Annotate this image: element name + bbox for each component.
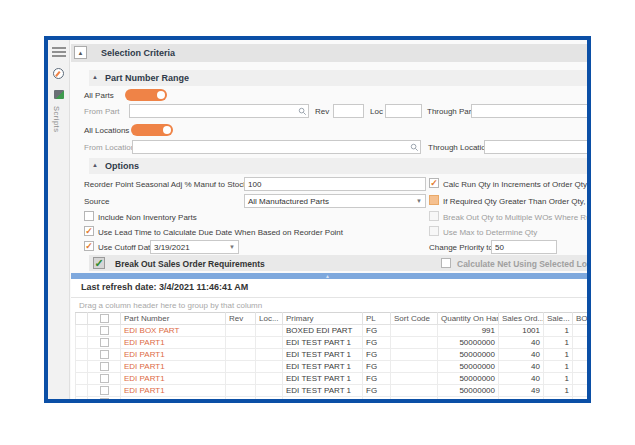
group-by-hint[interactable]: Drag a column header here to group by th…	[79, 301, 262, 310]
chevron-down-icon: ▼	[416, 198, 422, 204]
use-lead-time-checkbox[interactable]: ✓	[84, 226, 94, 236]
cell-part-number[interactable]: EDI PART1	[121, 385, 226, 397]
cell-part-number[interactable]: EDI PART1	[121, 337, 226, 349]
column-header-quantity-on-hand[interactable]: Quantity On Hand	[438, 313, 499, 325]
cell-sort-code	[391, 325, 438, 337]
from-location-label: From Location	[84, 143, 135, 152]
cell-bom	[573, 325, 588, 337]
results-area: Last refresh date: 3/4/2021 11:46:41 AM …	[71, 279, 587, 399]
break-out-sales-label: Break Out Sales Order Requirements	[115, 259, 265, 269]
cell-pl: FG	[363, 349, 391, 361]
cell-part-number[interactable]: EDI BOX PART	[121, 325, 226, 337]
cell-rev	[226, 361, 256, 373]
column-header-rev[interactable]: Rev	[226, 313, 256, 325]
column-header-sales-ord[interactable]: Sales Ord...	[499, 313, 544, 325]
cell-bom	[573, 349, 588, 361]
row-select-cell[interactable]	[88, 361, 121, 373]
cell-rev	[226, 373, 256, 385]
through-location-input[interactable]	[484, 140, 588, 154]
row-checkbox[interactable]	[100, 350, 109, 359]
table-row[interactable]: EDI PART1 EDI TEST PART 1 FG 50000000 40…	[76, 349, 588, 361]
cutoff-date-picker[interactable]: 3/19/2021 ▼	[150, 240, 239, 254]
panel-title: Selection Criteria	[101, 48, 175, 58]
cell-sale: 1	[544, 361, 573, 373]
row-select-cell[interactable]	[88, 337, 121, 349]
use-cutoff-date-checkbox[interactable]: ✓	[84, 241, 94, 251]
row-select-cell[interactable]	[88, 373, 121, 385]
row-select-cell[interactable]	[88, 385, 121, 397]
cell-part-number[interactable]: EDI PART1	[121, 373, 226, 385]
cell-quantity-on-hand: 50000000	[438, 337, 499, 349]
column-header-bom[interactable]: BOM	[573, 313, 588, 325]
if-required-qty-checkbox[interactable]	[429, 195, 439, 205]
search-icon[interactable]	[298, 107, 307, 116]
loc-input[interactable]	[385, 104, 422, 118]
section-title: Options	[105, 161, 139, 171]
cell-primary: EDI TEST PART 1	[283, 373, 363, 385]
column-header-loc[interactable]: Loc...	[256, 313, 283, 325]
row-checkbox[interactable]	[100, 362, 109, 371]
row-select-cell[interactable]	[88, 349, 121, 361]
row-checkbox[interactable]	[100, 386, 109, 395]
all-parts-toggle[interactable]	[125, 89, 167, 101]
column-header-part-number[interactable]: Part Number	[121, 313, 226, 325]
table-row[interactable]: EDI PART1 EDI TEST PART 1 FG 50000000 40…	[76, 373, 588, 385]
row-checkbox[interactable]	[100, 326, 109, 335]
cell-sort-code	[391, 385, 438, 397]
cell-sale: 1	[544, 325, 573, 337]
row-checkbox[interactable]	[100, 374, 109, 383]
part-number-range-header[interactable]: ▲ Part Number Range	[89, 70, 587, 86]
table-row[interactable]: EDI BOX PART BOXED EDI PART FG 991 1001 …	[76, 325, 588, 337]
row-checkbox[interactable]	[100, 338, 109, 347]
cell-sort-code	[391, 349, 438, 361]
column-header-pl[interactable]: PL	[363, 313, 391, 325]
include-non-inventory-checkbox[interactable]	[84, 211, 94, 221]
calc-run-qty-checkbox[interactable]: ✓	[429, 178, 439, 188]
source-dropdown[interactable]: All Manufactured Parts ▼	[244, 194, 426, 208]
package-icon[interactable]	[54, 90, 64, 99]
cell-pl: FG	[363, 325, 391, 337]
options-header[interactable]: ▲ Options	[89, 158, 587, 174]
compass-icon[interactable]	[53, 68, 64, 79]
hamburger-menu-icon[interactable]	[52, 47, 66, 49]
break-out-sales-checkbox[interactable]: ✓	[93, 257, 105, 269]
sidebar-tab-scripts[interactable]: Scripts	[52, 106, 61, 132]
app-window: Scripts ▲ Selection Criteria ▲ Part Numb…	[44, 36, 591, 403]
column-header-sale[interactable]: Sale...	[544, 313, 573, 325]
search-icon[interactable]	[410, 143, 419, 152]
cell-sales-ord: 40	[499, 373, 544, 385]
from-location-input[interactable]	[132, 140, 421, 154]
calculate-net-label: Calculate Net Using Selected Locations -…	[457, 259, 591, 269]
all-locations-toggle[interactable]	[131, 124, 173, 136]
row-select-cell[interactable]	[88, 397, 121, 400]
row-select-cell[interactable]	[88, 325, 121, 337]
change-priority-input[interactable]	[491, 240, 557, 254]
from-part-input[interactable]	[129, 104, 309, 118]
change-priority-label: Change Priority to	[429, 243, 493, 252]
row-indicator	[76, 325, 88, 337]
row-indicator	[76, 397, 88, 400]
all-parts-label: All Parts	[84, 91, 114, 100]
toggle-knob	[157, 91, 165, 99]
cell-part-number[interactable]: EDI PART1	[121, 361, 226, 373]
column-header-sort-code[interactable]: Sort Code	[391, 313, 438, 325]
select-all-header[interactable]	[88, 313, 121, 325]
cell-part-number[interactable]: EDI PART1	[121, 349, 226, 361]
through-part-input[interactable]	[471, 104, 588, 118]
table-row[interactable]: EDI PART1 EDI TEST PART 1 FG 50000000 40…	[76, 337, 588, 349]
reorder-point-input[interactable]	[244, 177, 426, 191]
select-all-checkbox[interactable]	[100, 314, 109, 323]
table-row[interactable]: EDI PART1 EDI TEST PART 1 FG 50000000 49…	[76, 385, 588, 397]
collapse-panel-button[interactable]: ▲	[74, 46, 87, 59]
row-checkbox[interactable]	[100, 398, 109, 399]
check-icon: ✓	[94, 257, 103, 269]
table-row-partial[interactable]	[76, 397, 588, 400]
toggle-knob	[163, 126, 171, 134]
cell-rev	[226, 325, 256, 337]
reorder-point-label: Reorder Point Seasonal Adj % Manuf to St…	[84, 180, 268, 189]
cell-rev	[226, 385, 256, 397]
table-row[interactable]: EDI PART1 EDI TEST PART 1 FG 50000000 40…	[76, 361, 588, 373]
column-header-primary[interactable]: Primary	[283, 313, 363, 325]
calculate-net-checkbox[interactable]	[441, 258, 451, 268]
rev-input[interactable]	[333, 104, 364, 118]
